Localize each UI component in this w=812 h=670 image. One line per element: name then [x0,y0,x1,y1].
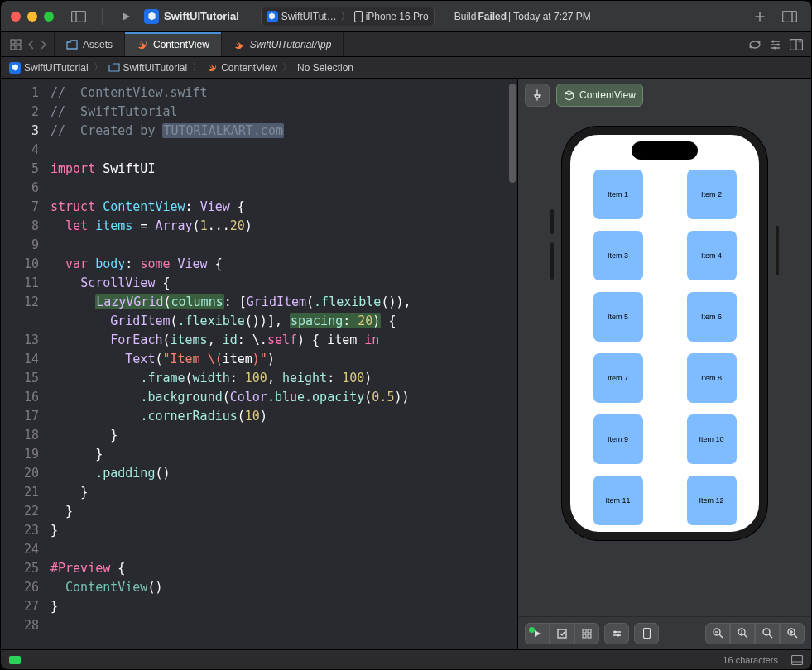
crumb-selection: No Selection [297,62,353,74]
selectable-preview-button[interactable] [550,623,574,644]
svg-rect-5 [11,40,15,44]
editor-scrollbar[interactable] [507,79,517,649]
status-indicator[interactable] [9,656,21,664]
crumb-project: SwiftUITutorial [24,62,89,74]
svg-line-31 [794,634,797,638]
titlebar: SwiftUITutorial SwiftUITut… 〉 iPhone 16 … [1,1,811,32]
svg-line-23 [719,634,723,638]
close-window-button[interactable] [11,12,21,22]
scheme-device-label: iPhone 16 Pro [366,11,429,22]
toggle-inspector-icon[interactable] [778,7,801,26]
breadcrumb[interactable]: SwiftUITutorial 〉 SwiftUITutorial 〉 Cont… [1,57,811,79]
assets-icon [66,40,78,50]
scheme-app-label: SwiftUITut… [281,11,337,22]
dynamic-island [632,141,698,160]
preview-badge-label: ContentView [579,89,636,101]
grid-item: Item 13 [593,537,643,540]
iphone-frame: Item 1 Item 2 Item 3 Item 4 Item 5 Item … [562,127,767,540]
zoom-window-button[interactable] [44,12,54,22]
tab-app[interactable]: SwiftUITutorialApp [222,32,344,56]
minimap-toggle-icon[interactable] [791,655,803,665]
preview-pane: ContentView Item 1 Item 2 Item 3 Item 4 [517,79,811,649]
svg-text:1: 1 [740,629,742,634]
preview-grid: Item 1 Item 2 Item 3 Item 4 Item 5 Item … [570,135,759,540]
window-controls [11,12,54,22]
phone-power-button [776,226,779,275]
folder-icon [108,63,120,72]
app-icon [144,9,159,24]
grid-item: Item 7 [593,353,643,403]
tabbar: Assets ContentView SwiftUITutorialApp [1,32,811,57]
run-button[interactable] [114,7,137,26]
recycle-icon[interactable] [748,39,762,50]
swift-icon [233,39,245,50]
grid-item: Item 10 [687,414,737,464]
build-status[interactable]: Build Failed | Today at 7:27 PM [454,11,591,22]
minimize-window-button[interactable] [27,12,37,22]
grid-item: Item 5 [593,292,643,342]
character-count: 16 characters [723,655,778,665]
preview-contentview-badge[interactable]: ContentView [556,84,643,107]
grid-item: Item 1 [593,170,643,219]
grid-item: Item 12 [687,476,737,525]
line-gutter: 1234 5678 9101112 131415 16171819 202122… [1,79,49,649]
grid-item: Item 11 [593,476,643,525]
project-icon [9,62,21,74]
pin-preview-button[interactable] [525,84,550,107]
editor-options [740,32,811,56]
code-body[interactable]: // ContentView.swift // SwiftTutorial //… [49,79,517,649]
statusbar: 16 characters [1,649,811,669]
project-title: SwiftUITutorial [144,9,239,24]
swift-icon [207,62,218,73]
svg-point-19 [614,630,617,633]
tab-assets[interactable]: Assets [55,32,125,56]
nav-back-button[interactable] [27,40,36,50]
device-settings-button[interactable] [604,623,629,644]
grid-item: Item 2 [687,170,737,219]
svg-rect-18 [588,634,591,638]
svg-point-10 [777,43,780,45]
scheme-selector[interactable]: SwiftUITut… 〉 iPhone 16 Pro [261,7,435,26]
svg-rect-14 [558,629,566,638]
phone-volume-down [550,242,554,280]
related-items-icon[interactable] [7,35,24,55]
tab-label: SwiftUITutorialApp [250,39,331,50]
zoom-in-button[interactable] [780,623,805,644]
svg-point-9 [772,40,775,42]
zoom-fit-button[interactable]: 1 [730,623,755,644]
editor-split: 1234 5678 9101112 131415 16171819 202122… [1,79,811,649]
zoom-actual-button[interactable] [755,623,780,644]
add-editor-icon[interactable] [790,39,803,50]
preview-canvas[interactable]: Item 1 Item 2 Item 3 Item 4 Item 5 Item … [518,112,811,616]
scheme-app-icon [267,11,278,22]
build-status-time: | Today at 7:27 PM [508,11,591,22]
grid-item: Item 6 [687,292,737,342]
code-editor[interactable]: 1234 5678 9101112 131415 16171819 202122… [1,79,517,649]
build-status-prefix: Build [454,11,477,22]
preview-device-button[interactable] [634,623,659,644]
variants-preview-button[interactable] [574,623,599,644]
svg-line-26 [744,634,747,638]
xcode-window: SwiftUITutorial SwiftUITut… 〉 iPhone 16 … [0,0,812,670]
live-preview-button[interactable] [525,623,550,644]
crumb-file: ContentView [221,62,277,74]
nav-forward-button[interactable] [39,40,47,50]
add-tab-button[interactable] [748,7,771,26]
svg-point-20 [617,634,620,636]
svg-rect-17 [583,634,586,638]
svg-line-29 [769,634,772,638]
svg-point-11 [774,46,776,49]
tab-label: ContentView [153,39,209,50]
toggle-navigator-icon[interactable] [67,7,90,26]
scrollbar-thumb[interactable] [509,84,516,183]
grid-item: Item 8 [687,353,737,403]
svg-point-28 [763,629,770,635]
grid-item: Item 4 [687,231,737,280]
preview-bottom-toolbar: 1 [518,616,811,649]
swift-icon [137,39,148,50]
adjust-editor-icon[interactable] [770,39,781,50]
zoom-out-button[interactable] [705,623,730,644]
tab-contentview[interactable]: ContentView [125,32,222,56]
svg-rect-6 [17,40,21,44]
svg-rect-15 [583,629,586,633]
